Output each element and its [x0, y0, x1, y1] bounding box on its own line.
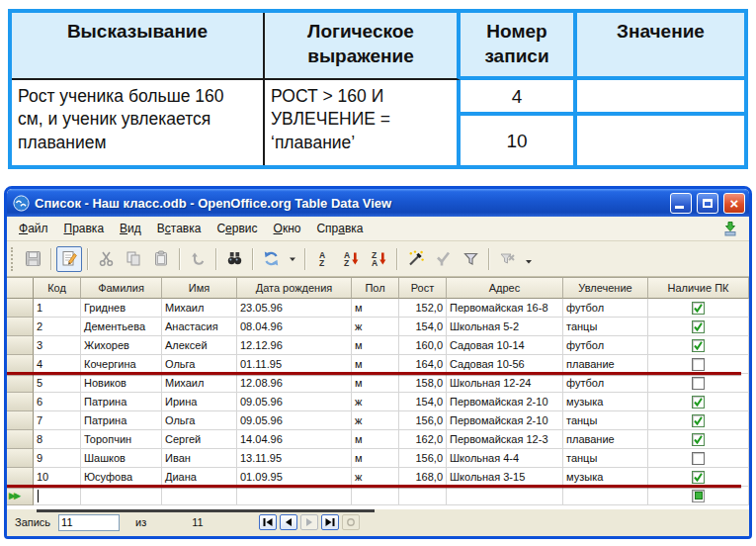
- row-header[interactable]: [7, 336, 34, 355]
- cell-code[interactable]: 3: [34, 336, 81, 355]
- cell-birthdate[interactable]: 09.05.96: [237, 393, 352, 411]
- menu-window[interactable]: Окно: [266, 219, 309, 238]
- pc-checkbox-checked[interactable]: [692, 320, 705, 333]
- column-header-address[interactable]: Адрес: [447, 278, 563, 299]
- last-record-button[interactable]: [321, 514, 339, 530]
- pc-checkbox-checked[interactable]: [692, 471, 705, 484]
- cell-surname[interactable]: Жихорев: [81, 336, 162, 355]
- cell-hobby[interactable]: танцы: [563, 318, 648, 336]
- cell-height[interactable]: [399, 487, 447, 505]
- toolbar-overflow-icon[interactable]: [522, 246, 536, 272]
- cell-firstname[interactable]: Ирина: [162, 393, 237, 411]
- pc-checkbox-unchecked[interactable]: [692, 377, 705, 390]
- cell-firstname[interactable]: Иван: [162, 449, 237, 468]
- cell-birthdate[interactable]: 23.05.96: [237, 299, 352, 318]
- refresh-dropdown-icon[interactable]: [286, 246, 299, 272]
- cell-sex[interactable]: м: [352, 336, 399, 355]
- cell-sex[interactable]: ж: [352, 411, 399, 430]
- cell-surname[interactable]: Торопчин: [81, 430, 162, 449]
- cell-birthdate[interactable]: 08.04.96: [237, 318, 352, 336]
- first-record-button[interactable]: [259, 514, 277, 530]
- cell-birthdate[interactable]: 14.04.96: [237, 430, 352, 449]
- cell-firstname[interactable]: Анастасия: [162, 318, 237, 336]
- menu-insert[interactable]: Вставка: [149, 219, 210, 238]
- cell-address[interactable]: Школьная 5-2: [447, 318, 563, 336]
- cell-address[interactable]: Первомайская 2-10: [447, 411, 563, 430]
- cell-has_pc[interactable]: [648, 430, 749, 449]
- menu-edit[interactable]: Правка: [56, 219, 113, 238]
- cell-hobby[interactable]: танцы: [563, 449, 648, 468]
- cell-height[interactable]: 158,0: [399, 374, 447, 393]
- sort-icon[interactable]: AZ: [310, 246, 336, 272]
- cell-height[interactable]: 154,0: [399, 318, 447, 336]
- row-header[interactable]: [7, 430, 34, 449]
- column-header-sex[interactable]: Пол: [352, 278, 399, 299]
- cell-code[interactable]: 2: [34, 318, 81, 336]
- column-header-birthdate[interactable]: Дата рождения: [237, 278, 352, 299]
- maximize-button[interactable]: [697, 193, 718, 214]
- cell-sex[interactable]: м: [352, 299, 399, 318]
- cell-birthdate[interactable]: 09.05.96: [237, 411, 352, 430]
- pc-checkbox-checked[interactable]: [692, 414, 705, 427]
- standard-filter-icon[interactable]: [458, 246, 483, 272]
- cell-sex[interactable]: ж: [352, 318, 399, 336]
- cell-address[interactable]: Садовая 10-14: [447, 336, 563, 355]
- cell-firstname[interactable]: Михаил: [162, 299, 237, 318]
- menu-help[interactable]: Справка: [308, 219, 371, 238]
- cell-sex[interactable]: [352, 487, 399, 505]
- row-header[interactable]: ▶▶: [7, 487, 34, 505]
- title-bar[interactable]: Список - Наш класс.odb - OpenOffice.org …: [7, 189, 749, 217]
- cell-surname[interactable]: Шашков: [81, 449, 162, 468]
- cell-surname[interactable]: Патрина: [81, 393, 162, 411]
- cell-height[interactable]: 152,0: [399, 299, 447, 318]
- cell-address[interactable]: [447, 487, 563, 505]
- cell-code[interactable]: 7: [34, 411, 81, 430]
- sort-ascending-icon[interactable]: AZ: [338, 246, 364, 272]
- cell-hobby[interactable]: футбол: [563, 299, 648, 318]
- column-header-code[interactable]: Код: [34, 278, 81, 299]
- cell-height[interactable]: 156,0: [399, 411, 447, 430]
- toolbar-drag-handle[interactable]: [11, 247, 16, 271]
- cell-hobby[interactable]: футбол: [563, 374, 648, 393]
- cell-firstname[interactable]: Сергей: [162, 430, 237, 449]
- cell-hobby[interactable]: [563, 487, 648, 505]
- update-available-icon[interactable]: [721, 220, 739, 237]
- cell-firstname[interactable]: [162, 487, 237, 505]
- pc-checkbox-checked[interactable]: [692, 433, 705, 446]
- cell-surname[interactable]: [81, 487, 162, 505]
- cell-hobby[interactable]: футбол: [563, 336, 648, 355]
- cell-firstname[interactable]: Ольга: [162, 411, 237, 430]
- cell-code[interactable]: 8: [34, 430, 81, 449]
- find-record-icon[interactable]: [221, 246, 247, 272]
- close-button[interactable]: ×: [723, 193, 745, 214]
- current-record-input[interactable]: [58, 514, 120, 531]
- sort-descending-icon[interactable]: ZA: [366, 246, 391, 272]
- cell-address[interactable]: Первомайская 12-3: [447, 430, 563, 449]
- row-header[interactable]: [7, 411, 34, 430]
- cell-has_pc[interactable]: [648, 299, 749, 318]
- cell-sex[interactable]: м: [352, 430, 399, 449]
- menu-tools[interactable]: Сервис: [209, 219, 265, 238]
- row-header[interactable]: [7, 374, 34, 393]
- pc-checkbox-checked[interactable]: [692, 339, 705, 352]
- column-header-has_pc[interactable]: Наличие ПК: [648, 278, 749, 299]
- cell-has_pc[interactable]: [648, 487, 749, 505]
- cell-surname[interactable]: Патрина: [81, 411, 162, 430]
- cell-birthdate[interactable]: 13.11.95: [237, 449, 352, 468]
- column-header-firstname[interactable]: Имя: [162, 278, 237, 299]
- cell-code[interactable]: 9: [34, 449, 81, 468]
- edit-data-icon[interactable]: [56, 246, 82, 272]
- minimize-button[interactable]: [670, 193, 692, 214]
- row-header[interactable]: [7, 318, 34, 336]
- cell-sex[interactable]: м: [352, 449, 399, 468]
- grid-corner-cell[interactable]: [7, 278, 34, 299]
- pc-checkbox-checked[interactable]: [692, 302, 705, 315]
- cell-birthdate[interactable]: [237, 487, 352, 505]
- cell-height[interactable]: 154,0: [399, 393, 447, 411]
- cell-surname[interactable]: Гриднев: [81, 299, 162, 318]
- menu-view[interactable]: Вид: [112, 219, 149, 238]
- cell-has_pc[interactable]: [648, 374, 749, 393]
- cell-height[interactable]: 156,0: [399, 449, 447, 468]
- row-header[interactable]: [7, 299, 34, 318]
- column-header-height[interactable]: Рост: [399, 278, 447, 299]
